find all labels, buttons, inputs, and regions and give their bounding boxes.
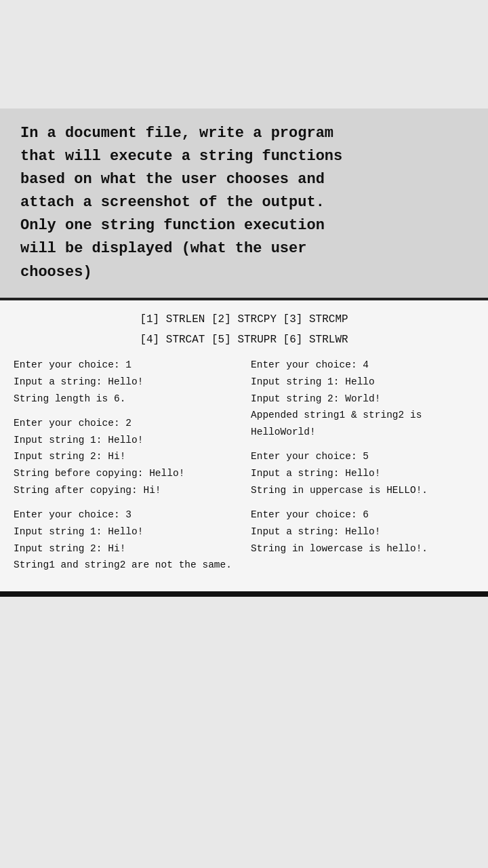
output-columns: Enter your choice: 1 Input a string: Hel… xyxy=(14,357,474,582)
menu-row-2: [4] STRCAT [5] STRUPR [6] STRLWR xyxy=(14,330,474,350)
output-block-choice3: Enter your choice: 3 Input string 1: Hel… xyxy=(14,507,237,574)
output-block-choice5: Enter your choice: 5 Input a string: Hel… xyxy=(251,448,474,498)
output-block-choice1: Enter your choice: 1 Input a string: Hel… xyxy=(14,357,237,407)
bottom-gray-space xyxy=(0,597,488,854)
instruction-box: In a document file, write a program that… xyxy=(0,108,488,300)
output-block-choice2: Enter your choice: 2 Input string 1: Hel… xyxy=(14,415,237,498)
output-area: [1] STRLEN [2] STRCPY [3] STRCMP [4] STR… xyxy=(0,300,488,597)
top-gray-space xyxy=(0,0,488,108)
menu-row-1: [1] STRLEN [2] STRCPY [3] STRCMP xyxy=(14,310,474,330)
instruction-text: In a document file, write a program that… xyxy=(20,122,468,284)
output-block-choice6: Enter your choice: 6 Input a string: Hel… xyxy=(251,507,474,557)
output-block-choice4: Enter your choice: 4 Input string 1: Hel… xyxy=(251,357,474,440)
col-left: Enter your choice: 1 Input a string: Hel… xyxy=(14,357,244,582)
col-right: Enter your choice: 4 Input string 1: Hel… xyxy=(244,357,474,582)
